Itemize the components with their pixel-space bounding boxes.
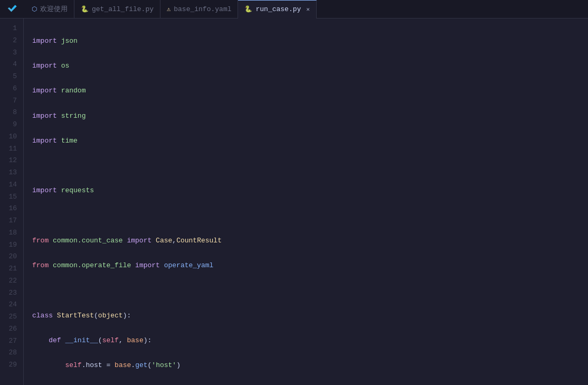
tab-label-base-info: base_info.yaml [174, 5, 231, 13]
tab-close-run-case[interactable]: ✕ [306, 6, 310, 13]
title-bar: ⬡ 欢迎使用 🐍 get_all_file.py ⚠ base_info.yam… [0, 0, 588, 18]
line-9: from common.count_case import Case,Count… [32, 234, 588, 248]
line-3: import random [32, 84, 588, 98]
line-14: self.host = base.get('host') [32, 359, 588, 372]
line-5: import time [32, 135, 588, 148]
line-2: import os [32, 60, 588, 73]
code-editor: 12345 678910 1112131415 1617181920 21222… [0, 18, 588, 385]
tab-label-run-case: run_case.py [255, 5, 301, 13]
line-12: class StartTest(object): [32, 309, 588, 323]
line-10: from common.operate_file import operate_… [32, 259, 588, 273]
tab-label-get-all-file: get_all_file.py [92, 5, 154, 13]
line-numbers: 12345 678910 1112131415 1617181920 21222… [0, 18, 24, 385]
line-7: import requests [32, 184, 588, 198]
tab-run-case[interactable]: 🐍 run_case.py ✕ [238, 0, 316, 18]
line-11 [32, 284, 588, 297]
tab-base-info[interactable]: ⚠ base_info.yaml [160, 0, 238, 18]
tab-label-welcome: 欢迎使用 [40, 4, 68, 14]
welcome-icon: ⬡ [32, 5, 37, 13]
python-icon-1: 🐍 [81, 5, 89, 13]
line-4: import string [32, 110, 588, 123]
line-6 [32, 159, 588, 173]
tab-get-all-file[interactable]: 🐍 get_all_file.py [74, 0, 160, 18]
code-lines[interactable]: import json import os import random impo… [24, 18, 588, 385]
line-13: def __init__(self, base): [32, 334, 588, 348]
app-logo [0, 0, 25, 18]
line-8 [32, 210, 588, 223]
line-1: import json [32, 35, 588, 48]
tab-welcome[interactable]: ⬡ 欢迎使用 [25, 0, 74, 18]
yaml-warning-icon: ⚠ [167, 5, 170, 13]
python-icon-2: 🐍 [244, 5, 252, 13]
